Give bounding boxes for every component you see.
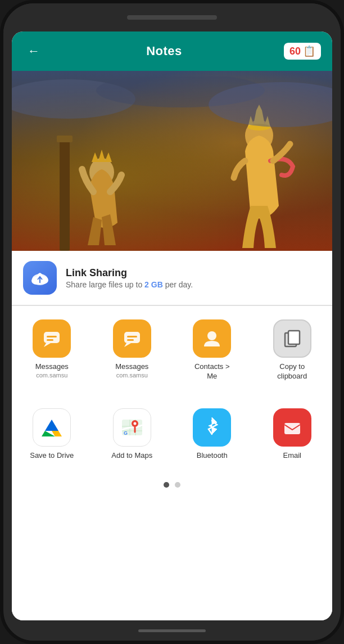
copy-clipboard-label: Copy to clipboard — [277, 362, 307, 381]
app-copy-clipboard[interactable]: Copy to clipboard — [252, 312, 333, 389]
dot-2 — [175, 482, 180, 488]
figure-left — [57, 127, 130, 251]
share-panel: Link Sharing Share large files up to 2 G… — [12, 251, 332, 620]
screen: ← Notes 60 📋 — [12, 31, 332, 620]
bluetooth-symbol — [202, 417, 222, 438]
google-maps-icon: G — [120, 415, 144, 440]
clipboard-icon — [282, 328, 302, 349]
bluetooth-label: Bluetooth — [197, 451, 228, 461]
app-bluetooth[interactable]: Bluetooth — [172, 400, 252, 469]
app-save-drive[interactable]: Save to Drive — [12, 400, 92, 469]
status-bar — [3, 3, 341, 31]
dot-1 — [164, 482, 169, 488]
svg-marker-23 — [45, 420, 58, 431]
top-bar: ← Notes 60 📋 — [12, 31, 332, 71]
svg-marker-13 — [44, 343, 51, 347]
app-email[interactable]: Email — [252, 400, 333, 469]
svg-rect-1 — [57, 136, 73, 142]
person-icon — [202, 328, 222, 349]
svg-marker-17 — [124, 343, 131, 347]
svg-rect-18 — [127, 336, 137, 337]
page-dots — [12, 474, 332, 493]
maps-icon: G — [113, 408, 151, 447]
cloud-bg — [12, 76, 332, 133]
badge-number: 60 — [289, 46, 301, 57]
link-sharing-desc: Share large files up to 2 GB per day. — [66, 280, 193, 289]
contacts-me-label: Contacts > Me — [194, 362, 230, 381]
google-drive-icon — [39, 415, 64, 440]
home-bar-area — [3, 620, 341, 641]
copy-clipboard-icon — [273, 319, 311, 358]
phone-frame: ← Notes 60 📋 — [0, 0, 344, 644]
messages-1-label: Messages com.samsu — [35, 362, 69, 379]
email-label: Email — [283, 451, 301, 461]
contacts-me-icon — [193, 319, 231, 358]
page-title: Notes — [146, 44, 182, 58]
app-add-maps[interactable]: G Add to Maps — [92, 400, 173, 469]
add-maps-label: Add to Maps — [111, 451, 152, 461]
cloud-link-icon — [29, 267, 51, 289]
chat-icon-2 — [122, 328, 142, 349]
svg-text:G: G — [124, 430, 128, 436]
link-sharing-title: Link Sharing — [66, 267, 193, 279]
back-button[interactable]: ← — [23, 42, 44, 61]
bluetooth-icon — [193, 408, 231, 447]
app-contacts-me[interactable]: Contacts > Me — [172, 312, 252, 389]
save-drive-label: Save to Drive — [30, 451, 74, 461]
svg-rect-19 — [127, 339, 134, 341]
svg-point-20 — [207, 331, 216, 340]
svg-rect-0 — [60, 138, 70, 251]
messages-2-label: Messages com.samsu — [115, 362, 148, 379]
svg-rect-14 — [47, 336, 57, 337]
apps-grid-row2: Save to Drive — [12, 395, 332, 474]
apps-grid-row1: Messages com.samsu Messages — [12, 306, 332, 395]
home-bar — [138, 629, 206, 632]
email-envelope-icon — [282, 417, 302, 438]
svg-rect-15 — [47, 339, 53, 341]
badge-icon: 📋 — [303, 45, 315, 57]
link-sharing-text: Link Sharing Share large files up to 2 G… — [66, 267, 193, 289]
messages-1-icon — [33, 319, 71, 358]
svg-rect-22 — [288, 331, 300, 344]
notes-badge: 60 📋 — [284, 43, 321, 60]
hero-image — [12, 71, 332, 251]
svg-rect-30 — [284, 423, 300, 434]
drive-icon — [33, 408, 71, 447]
link-sharing-row: Link Sharing Share large files up to 2 G… — [12, 251, 332, 305]
link-sharing-icon — [23, 261, 57, 295]
svg-point-28 — [133, 422, 136, 425]
chat-icon-1 — [42, 328, 62, 349]
speaker — [127, 15, 217, 20]
app-messages-1[interactable]: Messages com.samsu — [12, 312, 92, 389]
messages-2-icon — [113, 319, 151, 358]
email-icon — [273, 408, 311, 447]
app-messages-2[interactable]: Messages com.samsu — [92, 312, 173, 389]
